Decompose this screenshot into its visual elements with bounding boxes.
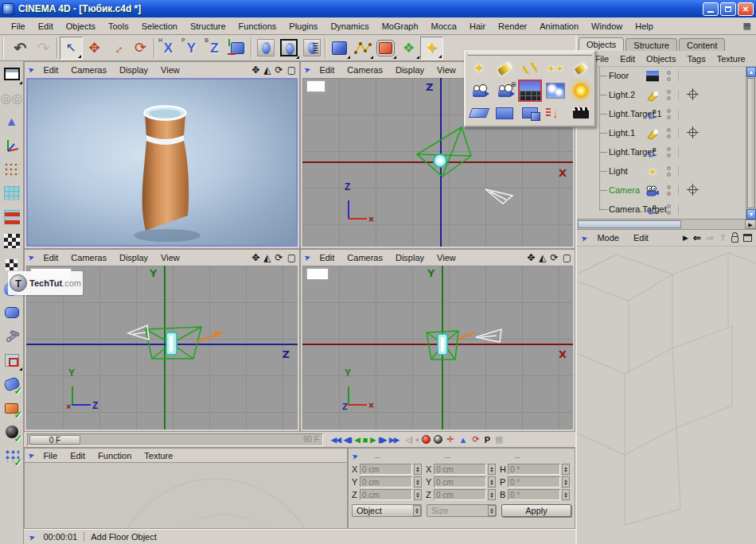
key-pla-toggle[interactable]: ▦ <box>493 434 505 445</box>
viewport-maximize-icon[interactable]: ▢ <box>287 252 296 263</box>
target-light-button[interactable] <box>568 57 594 80</box>
viewport-rotate-icon[interactable]: ⟳ <box>275 252 283 263</box>
tab-structure[interactable]: Structure <box>625 38 677 51</box>
panel-arrow-icon[interactable]: ➤ <box>27 450 36 460</box>
spinner[interactable] <box>414 489 422 500</box>
panel-arrow-icon[interactable]: ➤ <box>303 64 312 75</box>
key-rotation-toggle[interactable]: ⟳ <box>470 434 481 445</box>
array-button[interactable]: ❖ <box>397 37 420 60</box>
toolbar-grip[interactable] <box>2 37 6 58</box>
stage-button[interactable]: ↓ <box>543 102 568 124</box>
viewport-menu-view[interactable]: View <box>155 64 185 76</box>
viewport-maximize-icon[interactable]: ▢ <box>287 64 296 76</box>
visibility-dots[interactable] <box>667 109 679 119</box>
key-position-toggle[interactable]: ✛ <box>444 434 456 445</box>
apply-button[interactable]: Apply <box>501 504 571 517</box>
selection-filter-button[interactable] <box>2 350 22 371</box>
sun-button[interactable] <box>568 80 594 102</box>
timeline-handle[interactable]: 0 F <box>29 435 80 445</box>
am-menu-edit[interactable]: Edit <box>627 232 655 243</box>
tab-objects[interactable]: Objects <box>579 37 624 51</box>
spinner[interactable] <box>562 476 570 488</box>
spinner[interactable] <box>562 489 570 500</box>
environment-button[interactable] <box>466 102 492 124</box>
points-mode-button[interactable] <box>2 159 22 180</box>
scroll-down-icon[interactable]: ▼ <box>746 209 756 220</box>
target-expression-icon[interactable] <box>687 184 699 197</box>
scale-tool-button[interactable]: ↔ <box>106 37 129 60</box>
materials-list-area[interactable] <box>25 463 347 528</box>
viewport-menu-cameras[interactable]: Cameras <box>341 64 388 76</box>
visibility-dots[interactable] <box>667 147 679 157</box>
visibility-dots[interactable] <box>667 204 679 215</box>
am-forward-icon[interactable]: ⇒ <box>706 232 714 243</box>
menu-selection[interactable]: Selection <box>135 20 184 33</box>
mode-dropdown[interactable]: Object <box>352 504 422 517</box>
viewport-menu-view[interactable]: View <box>431 64 462 76</box>
panel-arrow-icon[interactable]: ➤ <box>580 233 589 243</box>
goto-end-button[interactable]: ▶▶ <box>388 436 400 444</box>
add-light-button[interactable]: ✦ <box>420 37 443 60</box>
camera-button[interactable] <box>466 80 492 102</box>
menu-functions[interactable]: Functions <box>232 20 283 33</box>
add-primitive-button[interactable] <box>328 37 351 60</box>
viewport-menu-display[interactable]: Display <box>114 252 154 263</box>
am-up-icon[interactable]: ⇑ <box>719 232 727 243</box>
edges-mode-button[interactable] <box>2 183 22 204</box>
undo-button[interactable]: ↶ <box>9 37 32 60</box>
workplane-toggle-button[interactable] <box>2 398 22 418</box>
lock-x-axis-button[interactable]: HX <box>157 37 180 60</box>
foreground-button[interactable] <box>517 102 543 124</box>
panel-arrow-icon[interactable]: ➤ <box>351 451 360 461</box>
stop-button[interactable]: ■ <box>361 435 369 445</box>
spinner[interactable] <box>414 464 422 475</box>
select-tool-button[interactable]: ↖ <box>60 37 83 60</box>
render-view-button[interactable] <box>254 37 277 60</box>
menu-dynamics[interactable]: Dynamics <box>324 20 375 33</box>
polygons-mode-button[interactable] <box>2 207 22 227</box>
size-z-field[interactable]: Z0 cm <box>426 489 496 500</box>
menu-structure[interactable]: Structure <box>184 20 232 33</box>
viewport-menu-view[interactable]: View <box>431 252 462 263</box>
palette-grip[interactable] <box>468 52 592 56</box>
viewport-menu-edit[interactable]: Edit <box>37 252 64 263</box>
floor-button[interactable] <box>517 80 543 102</box>
materials-menu-texture[interactable]: Texture <box>138 450 178 461</box>
am-menu-mode[interactable]: Mode <box>590 232 625 243</box>
infinite-light-button[interactable] <box>517 57 543 80</box>
viewport-menu-edit[interactable]: Edit <box>314 64 340 76</box>
viewport-pan-icon[interactable]: ✥ <box>527 252 535 263</box>
panel-arrow-icon[interactable]: ➤ <box>303 252 312 262</box>
rotate-tool-button[interactable]: ⟳ <box>129 37 152 60</box>
visibility-dots[interactable] <box>667 71 679 81</box>
kinematics-mode-button[interactable] <box>2 326 22 347</box>
visibility-dots[interactable] <box>667 90 679 100</box>
omni-light-button[interactable]: ✦ <box>466 57 492 80</box>
menu-animation[interactable]: Animation <box>533 20 585 33</box>
prev-frame-button[interactable]: ◀▮ <box>342 436 353 444</box>
menu-objects[interactable]: Objects <box>60 20 102 33</box>
rotation-p-field[interactable]: P0 ° <box>500 476 570 488</box>
am-back-icon[interactable]: ⇐ <box>693 232 701 243</box>
spinner[interactable] <box>488 464 496 475</box>
camera-disabled-button[interactable]: ◎◎ <box>2 87 22 108</box>
om-menu-tags[interactable]: Tags <box>682 53 710 64</box>
object-axis-tool-button[interactable]: ▲ <box>2 111 22 132</box>
menu-mocca[interactable]: Mocca <box>425 20 463 33</box>
object-list-hscrollbar[interactable]: ▶ <box>577 220 756 230</box>
move-tool-button[interactable]: ✥ <box>83 37 106 60</box>
object-row-floor[interactable]: Floor <box>577 67 756 86</box>
object-mode-button[interactable] <box>2 302 22 323</box>
area-light-button[interactable]: ✦✦ <box>543 57 568 80</box>
viewport-dolly-icon[interactable]: ◭ <box>263 64 271 76</box>
viewport-dolly-icon[interactable]: ◭ <box>539 252 546 263</box>
lock-z-axis-button[interactable]: BZ <box>203 37 226 60</box>
viewport-perspective-canvas[interactable] <box>26 78 298 247</box>
record-keyframe-button[interactable] <box>422 435 431 444</box>
position-y-field[interactable]: Y0 cm <box>352 476 422 488</box>
scroll-up-icon[interactable]: ▲ <box>746 67 756 77</box>
viewport-menu-edit[interactable]: Edit <box>314 252 340 263</box>
object-row-light[interactable]: Light ✦ <box>577 162 756 181</box>
viewport-dolly-icon[interactable]: ◭ <box>263 252 271 263</box>
texture-mode-button[interactable] <box>2 231 22 251</box>
